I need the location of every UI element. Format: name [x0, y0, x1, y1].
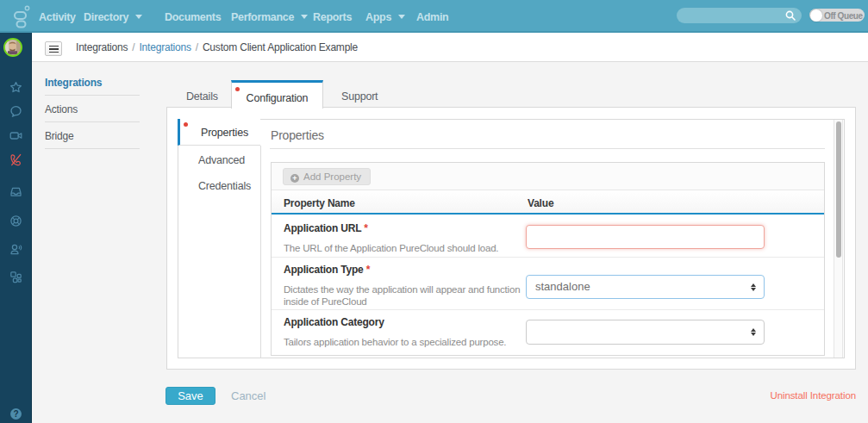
plus-circle-icon: +: [290, 174, 299, 183]
required-asterisk: *: [364, 222, 367, 234]
contact-sound-icon[interactable]: [9, 243, 22, 256]
hamburger-icon: [49, 46, 59, 47]
table-toolbar: +Add Property: [272, 163, 824, 190]
property-name-cell: Application Type * Dictates the way the …: [284, 264, 526, 308]
queue-status-toggle[interactable]: Off Queue: [809, 9, 865, 22]
modified-indicator-dot: [235, 87, 240, 91]
nav-item-label: Admin: [416, 11, 448, 23]
breadcrumb-bar: Integrations/Integrations/Custom Client …: [32, 33, 868, 62]
tab-configuration[interactable]: Configuration: [231, 80, 323, 109]
sidebar-item-bridge[interactable]: Bridge: [45, 130, 148, 142]
breadcrumb: Integrations/Integrations/Custom Client …: [76, 41, 358, 53]
property-description: The URL of the Application PureCloud sho…: [284, 242, 525, 254]
global-search-input[interactable]: [677, 8, 802, 23]
app-window: Activity Directory Documents Performance…: [0, 0, 868, 423]
select-value: standalone: [535, 280, 590, 293]
config-tab-properties[interactable]: Properties: [178, 119, 260, 146]
avatar-photo: [5, 40, 20, 54]
breadcrumb-link-integrations[interactable]: Integrations: [139, 41, 190, 53]
nav-item-admin[interactable]: Admin: [416, 10, 448, 24]
modified-indicator-dot: [184, 122, 188, 127]
sidebar-divider: [45, 148, 140, 149]
required-asterisk: *: [366, 264, 370, 276]
property-value-cell: [526, 310, 782, 356]
nav-item-activity[interactable]: Activity: [39, 10, 76, 24]
property-title: Application URL *: [284, 222, 526, 234]
config-tab-advanced[interactable]: Advanced: [198, 154, 245, 166]
nav-item-label: Activity: [39, 11, 76, 23]
tab-label: Configuration: [232, 92, 322, 104]
video-icon[interactable]: [9, 129, 22, 142]
column-header-value: Value: [528, 197, 553, 209]
nav-item-directory[interactable]: Directory: [84, 10, 142, 24]
breadcrumb-segment-current: Custom Client Application Example: [203, 41, 358, 53]
application-category-select[interactable]: [526, 320, 765, 345]
chevron-down-icon: [301, 15, 308, 19]
property-title: Application Type *: [284, 264, 526, 276]
chevron-down-icon: [398, 15, 405, 19]
vertical-scrollbar[interactable]: [834, 120, 843, 358]
nav-item-performance[interactable]: Performance: [231, 10, 308, 24]
nav-item-label: Directory: [84, 11, 128, 23]
queue-status-label: Off Queue: [824, 11, 863, 21]
property-name-text: Application Category: [284, 316, 384, 328]
phone-disabled-icon[interactable]: [9, 153, 22, 166]
scrollbar-thumb[interactable]: [836, 121, 841, 258]
property-value-cell: standalone: [526, 258, 782, 309]
tab-support[interactable]: Support: [341, 90, 378, 103]
user-avatar[interactable]: [3, 38, 22, 57]
star-icon[interactable]: [9, 81, 22, 94]
search-icon: [784, 9, 796, 22]
app-rail: ?: [0, 33, 32, 423]
inbox-icon[interactable]: [9, 185, 22, 198]
breadcrumb-segment: Integrations: [76, 41, 128, 53]
property-value-cell: [526, 216, 782, 257]
property-name-text: Application Type: [284, 264, 364, 276]
table-row-application-category: Application Category Tailors application…: [272, 310, 824, 356]
property-name-cell: Application Category Tailors application…: [284, 316, 526, 348]
breadcrumb-separator: /: [191, 41, 203, 53]
nav-item-apps[interactable]: Apps: [365, 10, 405, 24]
cancel-link[interactable]: Cancel: [231, 389, 265, 402]
help-button[interactable]: ?: [10, 408, 22, 420]
nav-item-reports[interactable]: Reports: [313, 10, 352, 24]
property-name-cell: Application URL * The URL of the Applica…: [284, 222, 526, 254]
application-url-input[interactable]: [526, 225, 765, 249]
property-description: Tailors application behavior to a specia…: [284, 336, 525, 348]
select-stepper-icon: [751, 283, 756, 291]
column-header-property-name: Property Name: [284, 197, 355, 209]
property-description: Dictates the way the application will ap…: [284, 283, 525, 308]
property-name-text: Application URL: [284, 222, 361, 234]
sidebar-item-actions[interactable]: Actions: [45, 103, 148, 115]
property-title: Application Category: [284, 316, 526, 328]
add-property-button[interactable]: +Add Property: [283, 168, 371, 185]
nav-item-label: Performance: [231, 11, 294, 23]
heading-rule: [270, 148, 825, 149]
nav-item-label: Apps: [365, 11, 391, 23]
chat-icon[interactable]: [9, 105, 22, 118]
sidebar-item-integrations[interactable]: Integrations: [45, 77, 148, 89]
uninstall-integration-link[interactable]: Uninstall Integration: [770, 390, 856, 401]
breadcrumb-separator: /: [128, 41, 139, 53]
table-row-application-type: Application Type * Dictates the way the …: [272, 258, 824, 310]
nav-item-documents[interactable]: Documents: [165, 10, 221, 24]
tab-details[interactable]: Details: [186, 90, 218, 103]
application-type-select[interactable]: standalone: [526, 275, 765, 299]
table-header-row: Property Name Value: [272, 190, 824, 215]
lifering-icon[interactable]: [9, 215, 22, 227]
config-tabs-divider: [260, 146, 261, 358]
config-tab-label: Properties: [201, 127, 248, 139]
table-row-application-url: Application URL * The URL of the Applica…: [272, 216, 824, 258]
nav-item-label: Reports: [313, 11, 352, 23]
chevron-down-icon: [135, 15, 142, 19]
select-stepper-icon: [751, 328, 756, 336]
properties-heading: Properties: [271, 128, 324, 142]
sidebar-divider: [45, 121, 140, 122]
top-navigation-bar: Activity Directory Documents Performance…: [0, 0, 868, 33]
toggle-knob: [810, 9, 822, 22]
apps-icon[interactable]: [9, 271, 22, 283]
purecloud-logo-icon[interactable]: [10, 4, 33, 28]
menu-toggle-button[interactable]: [45, 41, 62, 56]
config-tab-credentials[interactable]: Credentials: [198, 180, 251, 192]
save-button[interactable]: Save: [165, 387, 215, 405]
